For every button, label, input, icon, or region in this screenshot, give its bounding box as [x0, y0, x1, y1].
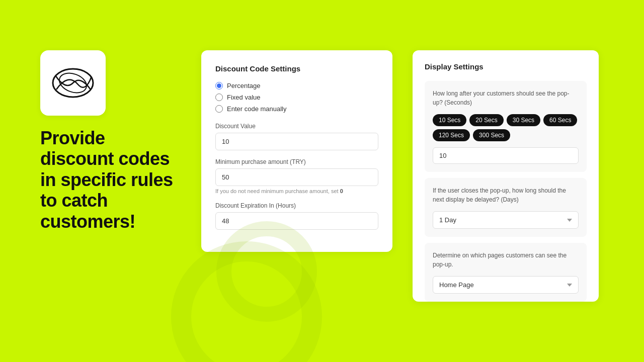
discount-value-field: Discount Value — [215, 123, 378, 158]
page-target-select[interactable]: Home Page All Pages Product Pages — [433, 276, 579, 294]
time-btn-60[interactable]: 60 Secs — [543, 114, 577, 126]
min-purchase-input[interactable] — [215, 168, 378, 186]
left-section: Provide discount codes in specific rules… — [40, 50, 181, 232]
time-btn-300[interactable]: 300 Secs — [473, 129, 510, 141]
time-buttons-group: 10 Secs 20 Secs 30 Secs 60 Secs 120 Secs… — [433, 114, 579, 141]
popup-delay-section: How long after your customers should see… — [425, 81, 587, 172]
min-purchase-label: Minimum purchase amount (TRY) — [215, 158, 378, 165]
expiration-label: Discount Expiration In (Hours) — [215, 202, 378, 209]
display-panel-title: Display Settings — [425, 62, 587, 71]
headline: Provide discount codes in specific rules… — [40, 128, 181, 232]
discount-panel: Discount Code Settings Percentage Fixed … — [201, 50, 392, 252]
discount-value-input[interactable] — [215, 133, 378, 150]
time-btn-30[interactable]: 30 Secs — [507, 114, 540, 126]
discount-value-label: Discount Value — [215, 123, 378, 130]
min-purchase-hint: If you do not need minimum purchase amou… — [215, 188, 378, 194]
logo-box — [40, 50, 106, 116]
popup-delay-question: How long after your customers should see… — [433, 89, 579, 107]
expiration-input[interactable] — [215, 212, 378, 230]
reshow-delay-select[interactable]: 1 Day 2 Days 3 Days 7 Days — [433, 211, 579, 229]
popup-delay-input[interactable] — [433, 147, 579, 164]
min-purchase-field: Minimum purchase amount (TRY) If you do … — [215, 158, 378, 194]
logo-icon — [50, 65, 96, 101]
page-target-question: Determine on which pages customers can s… — [433, 251, 579, 269]
reshow-delay-section: If the user closes the pop-up, how long … — [425, 178, 587, 237]
reshow-delay-question: If the user closes the pop-up, how long … — [433, 186, 579, 204]
discount-panel-title: Discount Code Settings — [215, 64, 378, 73]
discount-type-radio-group: Percentage Fixed value Enter code manual… — [215, 82, 378, 113]
page-target-section: Determine on which pages customers can s… — [425, 243, 587, 302]
display-panel: Display Settings How long after your cus… — [413, 50, 599, 302]
radio-percentage[interactable]: Percentage — [215, 82, 378, 89]
radio-fixed[interactable]: Fixed value — [215, 94, 378, 101]
time-btn-20[interactable]: 20 Secs — [469, 114, 503, 126]
radio-manual[interactable]: Enter code manually — [215, 105, 378, 113]
time-btn-10[interactable]: 10 Secs — [433, 114, 466, 126]
time-btn-120[interactable]: 120 Secs — [433, 129, 470, 141]
